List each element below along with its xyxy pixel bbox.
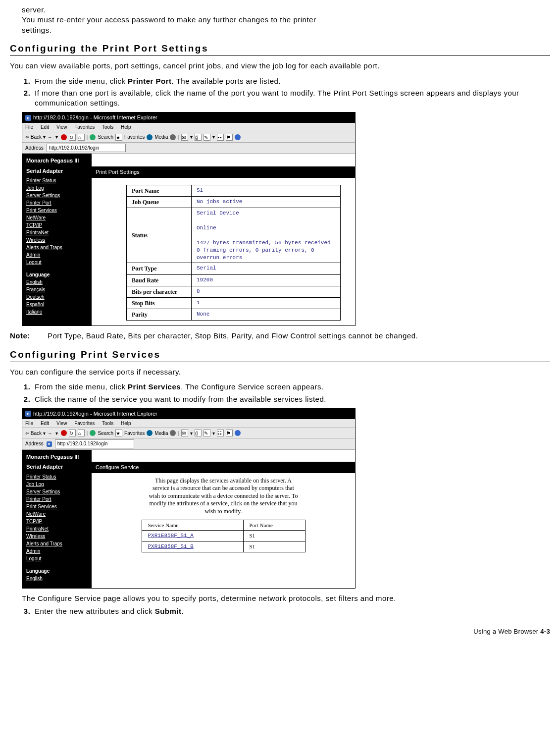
btn-icon[interactable] (235, 430, 241, 436)
intro-l1: server. (22, 5, 46, 14)
sidebar-item-job-log[interactable]: Job Log (26, 184, 88, 192)
discuss-icon[interactable]: ☷ (217, 430, 224, 436)
print-icon[interactable]: ⎙ (195, 134, 202, 141)
url-field[interactable]: http://192.0.0.192/login (47, 144, 126, 153)
ie-icon: e (25, 411, 31, 417)
lang-deutsch[interactable]: Deutsch (26, 293, 88, 301)
btn-icon[interactable] (235, 134, 241, 140)
address-bar: Address http://192.0.0.192/login (22, 143, 355, 154)
sidebar-item-server-settings[interactable]: Server Settings (26, 192, 88, 199)
sidebar-item-tcpip[interactable]: TCP/IP (26, 221, 88, 229)
forward-button[interactable]: → (48, 134, 52, 141)
sidebar-item-server-settings[interactable]: Server Settings (26, 488, 88, 495)
sidebar-item-netware[interactable]: NetWare (26, 214, 88, 221)
section2-p1: You can configure the service ports if n… (10, 367, 550, 377)
page-footer: Using a Web Browser 4-3 (10, 627, 550, 636)
sidebar-item-alerts[interactable]: Alerts and Traps (26, 540, 88, 547)
mail-icon[interactable]: ✉ (181, 134, 188, 141)
note-block: Note: Port Type, Baud Rate, Bits per cha… (10, 331, 550, 341)
service-link-2[interactable]: PXR1E858F_S1_B (142, 541, 243, 552)
ie-icon: e (25, 115, 31, 121)
history-icon[interactable] (170, 430, 176, 436)
window-titlebar: e http://192.0.0.192/login - Microsoft I… (22, 112, 355, 123)
menu-bar: File Edit View Favorites Tools Help (22, 123, 355, 132)
intro-l2b: settings. (22, 26, 51, 34)
panel-header: Print Port Settings (92, 166, 355, 178)
sidebar-item-job-log[interactable]: Job Log (26, 481, 88, 488)
sidebar-item-admin[interactable]: Admin (26, 251, 88, 259)
sidebar-item-printer-status[interactable]: Printer Status (26, 177, 88, 184)
tool-icon[interactable]: ⚑ (226, 134, 233, 141)
sidebar-item-admin[interactable]: Admin (26, 547, 88, 555)
sidebar-item-print-services[interactable]: Print Services (26, 503, 88, 510)
sidebar-item-printer-status[interactable]: Printer Status (26, 473, 88, 481)
sidebar-item-wireless[interactable]: Wireless (26, 533, 88, 540)
lang-italiano[interactable]: Italiano (26, 308, 88, 316)
address-bar: Address e http://192.0.0.192/login (22, 438, 355, 450)
search-icon[interactable] (90, 430, 96, 436)
refresh-icon[interactable]: ↻ (69, 134, 76, 141)
service-description: This page displays the services availabl… (147, 477, 300, 516)
after-ss2-text: The Configure Service page allows you to… (22, 594, 550, 603)
favorites-icon[interactable]: ★ (115, 430, 122, 436)
url-field[interactable]: http://192.0.0.192/login (55, 439, 134, 448)
window-titlebar: e http://192.0.0.192/login - Microsoft I… (22, 409, 355, 419)
panel-header: Configure Service (92, 462, 355, 473)
print-icon[interactable]: ⎙ (195, 430, 202, 436)
screenshot-print-port-settings: e http://192.0.0.192/login - Microsoft I… (22, 112, 356, 326)
home-icon[interactable]: ⌂ (78, 430, 85, 436)
media-icon[interactable] (147, 430, 153, 436)
stop-icon[interactable] (61, 134, 67, 140)
stop-icon[interactable] (61, 430, 67, 436)
refresh-icon[interactable]: ↻ (69, 430, 76, 436)
menu-bar: File Edit View Favorites Tools Help (22, 419, 355, 429)
lang-espanol[interactable]: Español (26, 301, 88, 308)
media-icon[interactable] (147, 134, 153, 140)
lang-english[interactable]: English (26, 575, 88, 582)
favorites-icon[interactable]: ★ (115, 134, 122, 141)
sidebar: Monarch Pegasus III Serial Adapter Print… (22, 450, 92, 588)
sidebar-item-logout[interactable]: Logout (26, 555, 88, 562)
history-icon[interactable] (170, 134, 176, 140)
sidebar-item-logout[interactable]: Logout (26, 259, 88, 266)
sidebar: Monarch Pegasus III Serial Adapter Print… (22, 154, 92, 325)
mail-icon[interactable]: ✉ (181, 430, 188, 436)
sidebar-item-alerts[interactable]: Alerts and Traps (26, 244, 88, 251)
section1-p1: You can view available ports, port setti… (10, 61, 550, 71)
sidebar-item-wireless[interactable]: Wireless (26, 236, 88, 244)
port-settings-table: Port NameS1 Job QueueNo jobs active Stat… (126, 185, 341, 321)
edit-icon[interactable]: ✎ (204, 134, 210, 141)
section2-heading: Configuring Print Services (10, 348, 550, 363)
intro-continuation: server. You must re-enter your access pa… (22, 5, 550, 35)
sidebar-item-tcpip[interactable]: TCP/IP (26, 518, 88, 525)
sidebar-item-print-services[interactable]: Print Services (26, 207, 88, 214)
search-icon[interactable] (90, 134, 96, 140)
toolbar: ⇦ Back ▾ → ▾ ↻ ⌂ | Search ★Favorites Med… (22, 132, 355, 143)
service-link-1[interactable]: PXR1E858F_S1_A (142, 531, 243, 541)
sidebar-item-printranet[interactable]: PrintraNet (26, 229, 88, 236)
toolbar: ⇦ Back ▾ → ▾ ↻ ⌂ | Search ★Favorites Med… (22, 428, 355, 438)
intro-l2a: You must re-enter your access password t… (22, 15, 316, 24)
sidebar-item-netware[interactable]: NetWare (26, 510, 88, 518)
s2-step2: Click the name of the service you want t… (33, 394, 550, 404)
sidebar-item-printer-port[interactable]: Printer Port (26, 495, 88, 503)
discuss-icon[interactable]: ☷ (217, 134, 224, 141)
tool-icon[interactable]: ⚑ (226, 430, 233, 436)
s1-step1: From the side menu, click Printer Port. … (33, 76, 550, 86)
s1-step2: If more than one port is available, clic… (33, 88, 550, 108)
section1-heading: Configuring the Print Port Settings (10, 42, 550, 56)
sidebar-item-printranet[interactable]: PrintraNet (26, 525, 88, 533)
lang-english[interactable]: English (26, 278, 88, 286)
sidebar-item-printer-port[interactable]: Printer Port (26, 199, 88, 207)
s2-step1: From the side menu, click Print Services… (33, 382, 550, 392)
lang-francais[interactable]: Français (26, 286, 88, 293)
edit-icon[interactable]: ✎ (204, 430, 210, 436)
back-button[interactable]: ⇦ Back ▾ (25, 430, 46, 437)
screenshot-configure-service: e http://192.0.0.192/login - Microsoft I… (22, 408, 356, 589)
service-table: Service NamePort Name PXR1E858F_S1_AS1 P… (142, 520, 305, 553)
home-icon[interactable]: ⌂ (78, 134, 85, 141)
ie-icon: e (47, 441, 52, 447)
s2-step3: Enter the new attributes and click Submi… (33, 606, 550, 616)
back-button[interactable]: ⇦ Back ▾ (25, 134, 46, 141)
forward-button[interactable]: → (48, 430, 52, 437)
